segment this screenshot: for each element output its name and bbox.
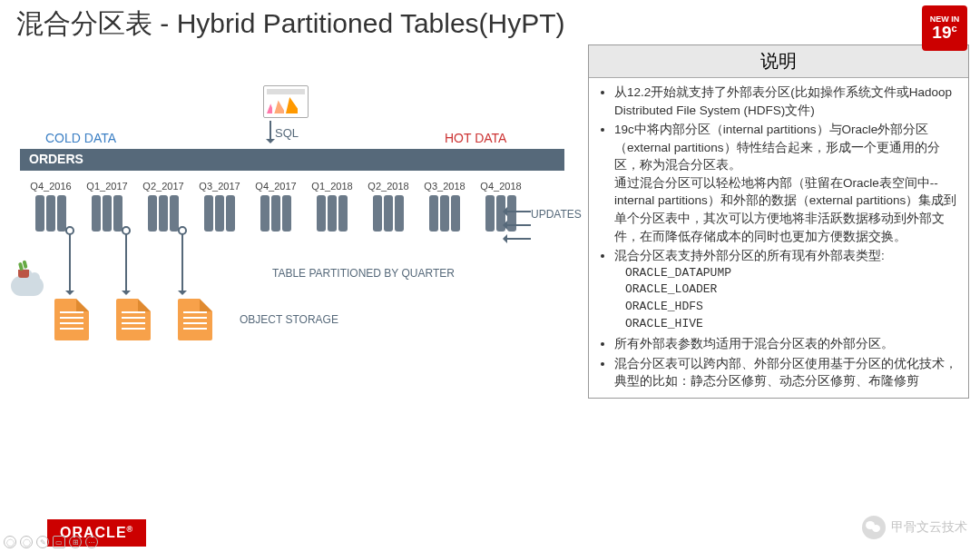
cylinder-icon bbox=[313, 195, 351, 232]
type-item: ORACLE_LOADER bbox=[614, 281, 959, 299]
partition-label: Q4_2016 bbox=[29, 181, 73, 192]
wechat-label: 甲骨文云技术 bbox=[891, 519, 967, 536]
more-icon[interactable]: ⋯ bbox=[85, 536, 98, 548]
partition-label: Q1_2018 bbox=[310, 181, 354, 192]
cylinder-icon bbox=[88, 195, 126, 232]
cloud-icon bbox=[11, 276, 44, 296]
object-storage-label: OBJECT STORAGE bbox=[240, 313, 338, 326]
cylinder-icon bbox=[426, 195, 464, 232]
badge-suffix: c bbox=[952, 23, 957, 34]
orders-table-bar: ORDERS bbox=[20, 149, 564, 171]
arrow-down-icon bbox=[69, 231, 71, 294]
cylinder-icon bbox=[32, 195, 70, 232]
partition: Q2_2018 bbox=[367, 181, 410, 232]
explanation-panel: 说明 从12.2开始就支持了外部表分区(比如操作系统文件或Hadoop Dist… bbox=[588, 44, 969, 399]
wechat-watermark: 甲骨文云技术 bbox=[862, 516, 967, 539]
explanation-header: 说明 bbox=[589, 45, 968, 78]
partition-label: Q4_2018 bbox=[479, 181, 523, 192]
arrow-left-icon bbox=[504, 211, 531, 212]
partition: Q3_2018 bbox=[423, 181, 466, 232]
partition: Q4_2016 bbox=[29, 181, 73, 232]
bullet-item: 19c中将内部分区（internal partitions）与Oracle外部分… bbox=[614, 121, 959, 245]
partition: Q3_2017 bbox=[198, 181, 241, 232]
partition: Q4_2017 bbox=[254, 181, 298, 232]
cylinder-icon bbox=[201, 195, 239, 232]
bullet-text: 混合分区表支持外部分区的所有现有外部表类型: bbox=[614, 249, 885, 262]
partition: Q1_2018 bbox=[310, 181, 354, 232]
arrow-down-icon bbox=[181, 231, 183, 294]
grid-icon[interactable]: ⊞ bbox=[69, 536, 82, 548]
cylinder-icon bbox=[257, 195, 295, 232]
cold-data-label: COLD DATA bbox=[45, 131, 116, 145]
note-icon[interactable]: ▭ bbox=[53, 536, 65, 548]
bullet-item: 混合分区表可以跨内部、外部分区使用基于分区的优化技术，典型的比如：静态分区修剪、… bbox=[614, 355, 959, 390]
new-in-badge: NEW IN 19c bbox=[922, 5, 967, 51]
circle-icon[interactable]: ◯ bbox=[4, 536, 16, 548]
badge-version: 19 bbox=[932, 23, 951, 42]
pen-icon[interactable]: ✎ bbox=[36, 536, 49, 548]
bullet-text: 通过混合分区可以轻松地将内部（驻留在Oracle表空间中--internal p… bbox=[614, 176, 956, 243]
partition-label: Q3_2017 bbox=[198, 181, 241, 192]
arrow-left-icon bbox=[504, 224, 531, 226]
partition: Q2_2017 bbox=[142, 181, 185, 232]
sql-label: SQL bbox=[275, 126, 299, 140]
arrow-down-icon bbox=[125, 231, 127, 294]
page-title: 混合分区表 - Hybrid Partitioned Tables(HyPT) bbox=[0, 0, 980, 44]
updates-label: UPDATES bbox=[531, 208, 582, 221]
hot-data-label: HOT DATA bbox=[445, 131, 506, 145]
wechat-icon bbox=[862, 516, 886, 539]
cylinder-icon bbox=[369, 195, 407, 232]
bullet-item: 从12.2开始就支持了外部表分区(比如操作系统文件或Hadoop Distrib… bbox=[614, 84, 959, 119]
diagram-area: SQL COLD DATA HOT DATA ORDERS Q4_2016 Q1… bbox=[9, 44, 581, 399]
partition-label: Q3_2018 bbox=[423, 181, 466, 192]
arrow-left-icon bbox=[504, 238, 531, 240]
partition-label: Q2_2018 bbox=[367, 181, 410, 192]
partition-row: Q4_2016 Q1_2017 Q2_2017 Q3_2017 Q4_2017 … bbox=[29, 181, 523, 232]
document-icon bbox=[54, 299, 89, 340]
document-icon bbox=[116, 299, 151, 340]
partition-label: Q1_2017 bbox=[85, 181, 129, 192]
partition-label: Q4_2017 bbox=[254, 181, 298, 192]
sql-window-icon bbox=[263, 85, 309, 118]
object-storage-row: OBJECT STORAGE bbox=[54, 299, 338, 340]
type-item: ORACLE_DATAPUMP bbox=[614, 265, 959, 282]
bullet-item: 混合分区表支持外部分区的所有现有外部表类型: ORACLE_DATAPUMP O… bbox=[614, 247, 959, 333]
table-partitioned-label: TABLE PARTITIONED BY QUARTER bbox=[272, 267, 455, 280]
cylinder-icon bbox=[144, 195, 182, 232]
toolbar-icons: ◯ ◯ ✎ ▭ ⊞ ⋯ bbox=[4, 536, 98, 548]
bullet-text: 19c中将内部分区（internal partitions）与Oracle外部分… bbox=[614, 123, 940, 172]
partition-label: Q2_2017 bbox=[142, 181, 185, 192]
document-icon bbox=[178, 299, 212, 340]
type-item: ORACLE_HIVE bbox=[614, 316, 959, 333]
bullet-item: 所有外部表参数均适用于混合分区表的外部分区。 bbox=[614, 335, 959, 353]
plant-icon bbox=[18, 270, 29, 278]
circle-icon[interactable]: ◯ bbox=[20, 536, 33, 548]
partition: Q1_2017 bbox=[85, 181, 129, 232]
arrow-down-icon bbox=[270, 121, 271, 143]
type-item: ORACLE_HDFS bbox=[614, 299, 959, 316]
